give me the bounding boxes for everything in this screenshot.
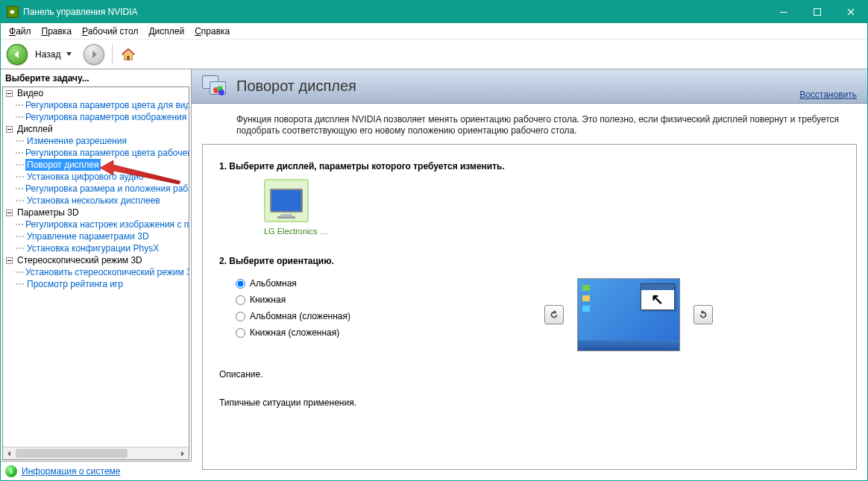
menu-display[interactable]: Дисплей: [143, 25, 189, 38]
scroll-left-button[interactable]: [3, 447, 16, 459]
tree-category[interactable]: Параметры 3D: [16, 207, 81, 219]
orientation-label: Альбомная (сложенная): [250, 311, 350, 321]
tree-item[interactable]: Установить стереоскопический режим 3D: [24, 266, 189, 278]
titlebar[interactable]: Панель управления NVIDIA: [1, 1, 867, 23]
close-button[interactable]: [834, 1, 867, 23]
orientation-radio[interactable]: [236, 295, 245, 305]
tree-category[interactable]: Стереоскопический режим 3D: [16, 254, 144, 266]
tree-item[interactable]: Установка конфигурации PhysX: [25, 242, 160, 254]
sidebar-footer: i Информация о системе: [1, 461, 192, 480]
sidebar: Выберите задачу... Видео⋯Регулировка пар…: [1, 69, 192, 461]
orientation-radio[interactable]: [236, 328, 245, 338]
tree-item[interactable]: Изменение разрешения: [25, 135, 128, 147]
content-pane: Поворот дисплея Восстановить Функция пов…: [192, 69, 867, 480]
orientation-option[interactable]: Альбомная (сложенная): [236, 311, 350, 321]
orientation-label: Альбомная: [250, 278, 297, 289]
menu-file[interactable]: Файл: [4, 25, 37, 38]
tree-item[interactable]: Управление параметрами 3D: [25, 230, 151, 242]
orientation-option[interactable]: Книжная (сложенная): [236, 327, 350, 338]
toolbar-separator: [112, 44, 113, 65]
rotate-ccw-button[interactable]: [544, 305, 564, 324]
description-label: Описание.: [219, 369, 840, 380]
tree-category[interactable]: Видео: [16, 87, 45, 99]
minimize-button[interactable]: [767, 1, 800, 23]
main-settings-panel: 1. Выберите дисплей, параметры которого …: [202, 144, 857, 470]
system-info-link[interactable]: Информация о системе: [22, 466, 120, 477]
window-title: Панель управления NVIDIA: [23, 7, 767, 17]
tree-branch-icon: ⋯: [15, 99, 24, 111]
orientation-label: Книжная (сложенная): [250, 327, 339, 338]
nvidia-icon: [7, 6, 19, 18]
page-description: Функция поворота дисплея NVIDIA позволяе…: [192, 104, 867, 144]
orientation-option[interactable]: Книжная: [236, 295, 350, 305]
tree-branch-icon: ⋯: [15, 159, 25, 171]
tree-branch-icon: ⋯: [15, 147, 24, 159]
monitor-icon: [270, 189, 303, 213]
tree-branch-icon: ⋯: [15, 183, 24, 195]
orientation-radio[interactable]: [236, 312, 245, 321]
menu-help[interactable]: Справка: [189, 25, 235, 38]
tree-item[interactable]: Регулировка параметров цвета для видео: [24, 99, 189, 111]
tree-collapse-icon[interactable]: [4, 256, 14, 265]
tree-branch-icon: ⋯: [15, 111, 24, 123]
tree-branch-icon: ⋯: [15, 230, 25, 242]
tree-item[interactable]: Регулировка параметров изображения для в…: [24, 111, 189, 123]
svg-rect-2: [128, 55, 130, 60]
menu-desktop[interactable]: Рабочий стол: [77, 25, 143, 38]
page-title: Поворот дисплея: [236, 78, 356, 95]
orientation-radio-group: АльбомнаяКнижнаяАльбомная (сложенная)Кни…: [236, 278, 350, 338]
maximize-button[interactable]: [800, 1, 834, 23]
home-button[interactable]: [120, 46, 136, 63]
task-title: Выберите задачу...: [1, 71, 191, 86]
toolbar: Назад: [1, 40, 867, 69]
menubar: Файл Правка Рабочий стол Дисплей Справка: [1, 23, 867, 40]
step1-label: 1. Выберите дисплей, параметры которого …: [219, 161, 840, 172]
back-label[interactable]: Назад: [35, 49, 60, 60]
back-button[interactable]: [7, 44, 28, 65]
rotate-cw-button[interactable]: [694, 305, 713, 324]
tree-item[interactable]: Поворот дисплея: [25, 159, 101, 171]
menu-edit[interactable]: Правка: [37, 25, 78, 38]
task-tree[interactable]: Видео⋯Регулировка параметров цвета для в…: [2, 87, 189, 460]
tree-branch-icon: ⋯: [15, 266, 24, 278]
header-display-icon: [202, 75, 229, 98]
tree-branch-icon: ⋯: [15, 278, 25, 290]
restore-link[interactable]: Восстановить: [799, 89, 857, 100]
tree-branch-icon: ⋯: [15, 242, 25, 254]
system-info-icon: i: [5, 465, 17, 477]
tree-category[interactable]: Дисплей: [16, 123, 54, 135]
scroll-thumb[interactable]: [16, 449, 128, 458]
forward-button[interactable]: [84, 44, 104, 65]
orientation-label: Книжная: [250, 295, 286, 305]
svg-rect-0: [780, 12, 787, 13]
tree-collapse-icon[interactable]: [4, 89, 14, 98]
horizontal-scrollbar[interactable]: [3, 447, 189, 459]
tree-item[interactable]: Установка нескольких дисплеев: [25, 195, 162, 207]
step2-label: 2. Выберите ориентацию.: [219, 256, 840, 266]
orientation-preview: ↖: [577, 278, 680, 351]
tree-branch-icon: ⋯: [15, 195, 25, 207]
tree-collapse-icon[interactable]: [4, 208, 14, 218]
nvidia-control-panel-window: Панель управления NVIDIA Файл Правка Раб…: [0, 0, 868, 481]
display-item[interactable]: LG Electronics …: [264, 179, 328, 236]
tree-collapse-icon[interactable]: [4, 125, 14, 134]
tree-branch-icon: ⋯: [15, 219, 24, 230]
svg-rect-1: [814, 9, 820, 16]
arrow-icon: ↖: [641, 290, 674, 308]
orientation-radio[interactable]: [236, 279, 245, 289]
scroll-right-button[interactable]: [176, 447, 189, 459]
tree-item[interactable]: Регулировка параметров цвета рабочего ст…: [24, 147, 189, 159]
display-name: LG Electronics …: [264, 227, 328, 236]
tree-item[interactable]: Установка цифрового аудио: [25, 171, 145, 183]
tree-branch-icon: ⋯: [15, 171, 25, 183]
tree-branch-icon: ⋯: [15, 135, 25, 147]
tree-item[interactable]: Регулировка настроек изображения с просм…: [24, 219, 189, 230]
orientation-option[interactable]: Альбомная: [236, 278, 350, 289]
back-dropdown-icon[interactable]: [66, 51, 72, 57]
tree-item[interactable]: Просмотр рейтинга игр: [25, 278, 125, 290]
tree-item[interactable]: Регулировка размера и положения рабочего…: [24, 183, 189, 195]
typical-label: Типичные ситуации применения.: [219, 397, 840, 408]
page-header: Поворот дисплея Восстановить: [192, 69, 867, 104]
